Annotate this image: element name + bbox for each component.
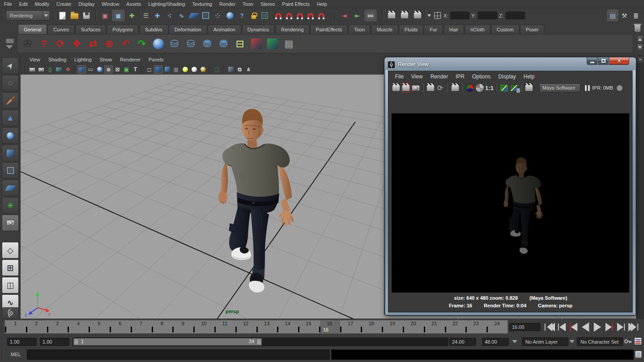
shelf-selector[interactable]: [6, 39, 15, 49]
lock-icon[interactable]: [249, 10, 259, 21]
panel-menu-shading[interactable]: Shading: [44, 57, 70, 62]
menu-create[interactable]: Create: [53, 1, 75, 7]
menu-texturing[interactable]: Texturing: [188, 1, 216, 7]
group-divider[interactable]: [53, 10, 55, 21]
time-slider-frame-12[interactable]: 12: [235, 320, 256, 333]
last-tool[interactable]: [2, 215, 19, 231]
range-slider-bar[interactable]: 1 24: [73, 338, 262, 345]
step-back-key-button[interactable]: [567, 321, 580, 333]
step-forward-frame-button[interactable]: [616, 321, 628, 333]
camera-zoom-icon[interactable]: ⊕: [102, 36, 117, 51]
select-component-icon[interactable]: ✚: [126, 10, 138, 21]
anim-layer-menu-icon[interactable]: [512, 340, 517, 343]
refresh-ipr-icon[interactable]: ⟳: [435, 83, 445, 93]
go-to-end-button[interactable]: [628, 321, 640, 333]
shelf-tab-rendering[interactable]: Rendering: [275, 25, 310, 34]
keep-image-icon[interactable]: [499, 83, 509, 93]
shelf-tab-custom[interactable]: Custom: [491, 25, 520, 34]
go-to-start-button[interactable]: [543, 321, 555, 333]
mask-misc-icon[interactable]: ?: [237, 10, 247, 21]
wireframe-icon[interactable]: ◻: [145, 65, 154, 73]
animation-end-field[interactable]: 48.00: [482, 338, 509, 346]
pause-ipr-icon[interactable]: [585, 85, 590, 91]
panel-menu-view[interactable]: View: [26, 57, 44, 62]
time-slider-frame-8[interactable]: 8: [152, 320, 173, 333]
time-slider-frame-16[interactable]: 16: [319, 320, 340, 333]
toggle-channel-box-icon[interactable]: ▤: [607, 10, 618, 21]
render-view-menu-view[interactable]: View: [407, 73, 426, 80]
time-slider-frame-4[interactable]: 4: [68, 320, 89, 333]
xray-joints-icon[interactable]: ⧉: [235, 65, 244, 73]
use-lights-icon[interactable]: ▩: [172, 65, 180, 73]
time-slider-frame-1[interactable]: 1: [5, 320, 26, 333]
cube-red-icon[interactable]: [249, 36, 264, 51]
render-view-menu-help[interactable]: Help: [520, 73, 538, 80]
shelf-tab-fur[interactable]: Fur: [424, 25, 443, 34]
time-slider-frame-21[interactable]: 21: [424, 320, 445, 333]
toggle-tool-settings-icon[interactable]: ⚒: [619, 10, 630, 21]
mask-surfaces-icon[interactable]: [188, 10, 199, 21]
time-slider-frame-17[interactable]: 17: [340, 320, 361, 333]
rotate-tool[interactable]: [2, 127, 19, 144]
snap-curve-icon[interactable]: [284, 10, 294, 21]
render-view-menu-options[interactable]: Options: [469, 73, 495, 80]
time-slider-frame-2[interactable]: 2: [26, 320, 47, 333]
shaded-icon[interactable]: [154, 65, 162, 73]
manipulator-menu-icon[interactable]: [426, 10, 432, 21]
undo-icon[interactable]: ↶: [118, 36, 133, 51]
snapshot-icon[interactable]: [411, 83, 420, 93]
save-scene-icon[interactable]: [81, 10, 92, 21]
coord-field-y-[interactable]: [478, 12, 497, 19]
shelf-scroll-down[interactable]: [637, 43, 643, 51]
show-manip-tool[interactable]: ✳: [2, 197, 19, 214]
snap-plane-icon[interactable]: [305, 10, 316, 21]
menu-help[interactable]: Help: [313, 1, 331, 7]
menu-toon[interactable]: Toon: [239, 1, 257, 7]
layout-outliner[interactable]: ◫: [2, 277, 19, 293]
output-connections-icon[interactable]: ⇤: [351, 10, 363, 21]
minimize-button[interactable]: [587, 57, 597, 65]
select-object-icon[interactable]: ◼: [112, 10, 124, 21]
paint-select-tool[interactable]: [2, 92, 19, 109]
open-render-settings-icon[interactable]: [524, 83, 533, 93]
render-view-menu-ipr[interactable]: IPR: [452, 73, 469, 80]
select-tool[interactable]: ➤: [2, 57, 19, 74]
field-chart-icon[interactable]: ⊠: [113, 65, 122, 73]
camera-track-icon[interactable]: ✥: [69, 36, 84, 51]
ipr-render-icon[interactable]: [426, 83, 435, 93]
make-live-icon[interactable]: [316, 10, 327, 21]
menu-assets[interactable]: Assets: [123, 1, 145, 7]
snap-point-icon[interactable]: [294, 10, 305, 21]
shelf-tab-painteffects[interactable]: PaintEffects: [310, 25, 348, 34]
character-set-menu-icon[interactable]: [569, 340, 575, 343]
range-end-handle[interactable]: [256, 339, 261, 345]
script-editor-icon[interactable]: [635, 351, 642, 358]
textured-icon[interactable]: [163, 65, 171, 73]
shelf-tab-muscle[interactable]: Muscle: [371, 25, 398, 34]
mask-joints-icon[interactable]: ⁖: [164, 10, 175, 21]
time-slider-frame-24[interactable]: 24: [486, 320, 508, 333]
time-slider-frame-13[interactable]: 13: [256, 320, 277, 333]
camera-dolly-icon[interactable]: ⇄: [85, 36, 100, 51]
layout-four[interactable]: ⊞: [2, 259, 19, 276]
set-b-icon[interactable]: ⛁: [183, 36, 198, 51]
rangeslider-collapser[interactable]: [2, 337, 4, 348]
shelf-tab-hair[interactable]: Hair: [444, 25, 464, 34]
range-slider-track[interactable]: 1 24: [73, 337, 448, 346]
shelf-tab-polygons[interactable]: Polygons: [107, 25, 138, 34]
mask-rendering-icon[interactable]: [225, 10, 235, 21]
panel-menu-panels[interactable]: Panels: [145, 57, 168, 62]
time-slider-frame-19[interactable]: 19: [382, 320, 403, 333]
group-divider[interactable]: [424, 10, 426, 21]
shelf-tab-poser[interactable]: Poser: [520, 25, 545, 34]
mask-curves-icon[interactable]: ∿: [176, 10, 187, 21]
statusline-collapser[interactable]: [2, 10, 4, 21]
time-slider-frame-15[interactable]: 15: [298, 320, 319, 333]
shelf-tab-dynamics[interactable]: Dynamics: [242, 25, 275, 34]
command-line-language-label[interactable]: MEL: [11, 352, 21, 357]
character-set-selector[interactable]: No Character Set: [577, 337, 623, 346]
stop-render-icon[interactable]: [617, 85, 623, 91]
two-d-pan-icon[interactable]: ✥: [64, 65, 72, 73]
menu-paint-effects[interactable]: Paint Effects: [278, 1, 313, 7]
menu-file[interactable]: File: [4, 1, 16, 7]
